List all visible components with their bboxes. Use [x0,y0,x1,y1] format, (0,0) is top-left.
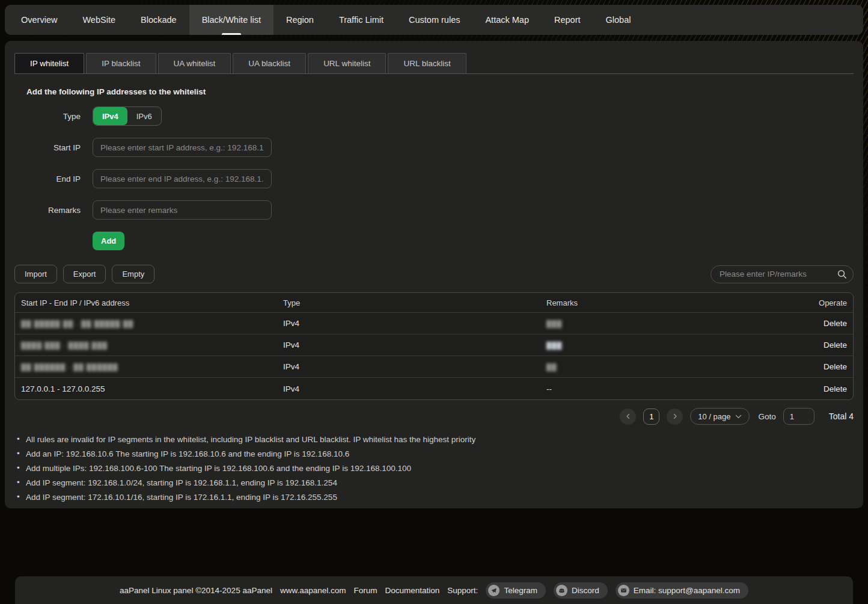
table-row: ██ ██████ - ██ ██████ IPv4 ██ Delete [15,356,853,378]
support-label: Support: [447,586,478,595]
tab-ua-blacklist[interactable]: UA blacklist [233,53,306,73]
ipv6-toggle-option[interactable]: IPv6 [127,107,161,125]
ipv4-toggle-option[interactable]: IPv4 [93,107,127,125]
top-navigation: Overview WebSite Blockade Black/White li… [5,5,863,35]
export-button[interactable]: Export [63,265,106,283]
col-header-operate: Operate [781,298,847,307]
end-ip-label: End IP [14,174,81,183]
next-page-button[interactable] [667,408,683,425]
nav-item-attack-map[interactable]: Attack Map [472,5,542,35]
remark-value: -- [546,384,781,393]
copyright-text: aaPanel Linux panel ©2014-2025 aaPanel [120,586,272,595]
ip-type-value: IPv4 [283,362,546,371]
email-button[interactable]: Email: support@aapanel.com [616,582,748,599]
discord-label: Discord [572,586,599,595]
remark-redacted: ██ [546,363,557,371]
nav-item-blockade[interactable]: Blockade [128,5,189,35]
email-icon [618,585,629,596]
remark-redacted: ███ [546,342,562,349]
page-size-select[interactable]: 10 / page [690,408,750,425]
discord-button[interactable]: Discord [554,582,608,599]
note-item: Add IP segment: 192.168.1.0/24, starting… [17,479,854,487]
add-button[interactable]: Add [93,232,124,250]
add-ip-form: Type IPv4 IPv6 Start IP End IP Remarks A… [14,106,854,250]
ip-range-redacted: ██ █████ ██ - ██ █████ ██ [21,320,133,327]
search-input[interactable] [720,270,837,279]
table-row: ██ █████ ██ - ██ █████ ██ IPv4 ███ Delet… [15,313,853,334]
search-box[interactable] [711,265,854,283]
whitelist-table: Start IP - End IP / IPv6 address Type Re… [14,292,854,400]
form-title: Add the following IP addresses to the wh… [26,87,854,96]
end-ip-input[interactable] [93,169,272,188]
table-header: Start IP - End IP / IPv6 address Type Re… [15,293,853,313]
col-header-type: Type [283,298,546,307]
discord-icon [556,585,567,596]
table-row: 127.0.0.1 - 127.0.0.255 IPv4 -- Delete [15,378,853,399]
ip-type-toggle: IPv4 IPv6 [93,106,162,126]
remark-redacted: ███ [546,320,562,327]
main-panel: IP whitelist IP blacklist UA whitelist U… [5,41,863,508]
nav-item-traffic-limit[interactable]: Traffic Limit [326,5,396,35]
tab-url-blacklist[interactable]: URL blacklist [388,53,466,73]
documentation-link[interactable]: Documentation [385,586,440,595]
goto-page-input[interactable] [783,408,815,425]
note-item: Add IP segment: 172.16.10.1/16, starting… [17,493,854,502]
footer: aaPanel Linux panel ©2014-2025 aaPanel w… [15,576,853,604]
tab-ip-whitelist[interactable]: IP whitelist [14,53,84,73]
nav-item-website[interactable]: WebSite [70,5,128,35]
note-item: All rules are invalid for IP segments in… [17,436,854,444]
delete-link[interactable]: Delete [824,362,847,371]
tab-url-whitelist[interactable]: URL whitelist [308,53,386,73]
tab-ua-whitelist[interactable]: UA whitelist [158,53,231,73]
type-label: Type [14,112,81,121]
ip-type-value: IPv4 [283,341,546,350]
import-button[interactable]: Import [14,265,57,283]
delete-link[interactable]: Delete [824,341,847,350]
email-label: Email: support@aapanel.com [634,586,740,595]
telegram-label: Telegram [504,586,537,595]
forum-link[interactable]: Forum [354,586,377,595]
col-header-remarks: Remarks [546,298,781,307]
ip-type-value: IPv4 [283,319,546,328]
remarks-label: Remarks [14,206,81,215]
pagination: 1 10 / page Goto Total 4 [14,408,854,425]
telegram-button[interactable]: Telegram [486,582,546,599]
help-notes: All rules are invalid for IP segments in… [17,436,854,502]
delete-link[interactable]: Delete [824,384,847,393]
nav-item-global[interactable]: Global [593,5,644,35]
remarks-input[interactable] [93,200,272,220]
goto-label: Goto [758,412,775,421]
table-row: ████ ███ - ████ ███ IPv4 ███ Delete [15,334,853,356]
note-item: Add multiple IPs: 192.168.100.6-100 The … [17,464,854,473]
nav-item-report[interactable]: Report [542,5,593,35]
active-nav-indicator [222,33,241,35]
ip-range-redacted: ████ ███ - ████ ███ [21,342,108,349]
page-size-value: 10 / page [698,412,730,421]
note-item: Add an IP: 192.168.10.6 The starting IP … [17,450,854,458]
search-icon[interactable] [837,269,847,279]
telegram-icon [488,585,500,596]
list-type-tabs: IP whitelist IP blacklist UA whitelist U… [14,53,854,74]
nav-item-region[interactable]: Region [274,5,326,35]
nav-item-label: Black/White list [202,15,261,25]
delete-link[interactable]: Delete [824,319,847,328]
list-toolbar: Import Export Empty [14,265,854,283]
start-ip-label: Start IP [14,143,81,152]
nav-item-black-white-list[interactable]: Black/White list [189,5,274,35]
tab-ip-blacklist[interactable]: IP blacklist [86,53,156,73]
total-count: Total 4 [829,411,854,421]
page-number-button[interactable]: 1 [643,408,659,425]
site-link[interactable]: www.aapanel.com [280,586,346,595]
col-header-range: Start IP - End IP / IPv6 address [21,298,283,307]
prev-page-button[interactable] [620,408,636,425]
empty-button[interactable]: Empty [112,265,154,283]
nav-item-custom-rules[interactable]: Custom rules [396,5,472,35]
start-ip-input[interactable] [93,138,272,157]
ip-range-redacted: ██ ██████ - ██ ██████ [21,363,118,371]
nav-item-overview[interactable]: Overview [8,5,70,35]
ip-range-value: 127.0.0.1 - 127.0.0.255 [21,384,283,393]
chevron-down-icon [735,414,742,419]
ip-type-value: IPv4 [283,384,546,393]
